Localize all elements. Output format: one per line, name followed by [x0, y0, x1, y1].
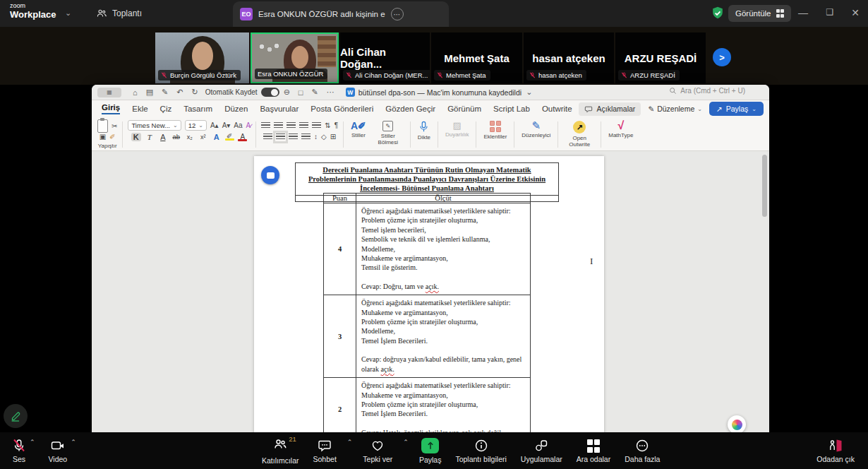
underline-button[interactable]: A: [158, 133, 168, 141]
open-outwrite-button[interactable]: ↗ Open Outwrite: [562, 119, 597, 150]
tab-posta[interactable]: Posta Gönderileri: [311, 105, 373, 113]
presenter-pill-icon[interactable]: ▦: [97, 88, 121, 97]
participant-tile-burcin[interactable]: Burçin Görgülü Öztürk: [155, 32, 249, 83]
video-options-chevron[interactable]: ⌃: [71, 439, 76, 446]
multilevel-list-icon[interactable]: [287, 122, 296, 129]
font-color-button[interactable]: A: [238, 133, 248, 141]
annotate-button[interactable]: [4, 404, 28, 428]
tab-shared-screen[interactable]: EO Esra ONKUN ÖZGÜR adlı kişinin e ⋯: [233, 1, 449, 27]
borders-icon[interactable]: ⊞: [330, 133, 336, 141]
grow-font-icon[interactable]: A▴: [210, 122, 219, 129]
mathtype-button[interactable]: √ MathType: [605, 119, 637, 150]
paste-icon[interactable]: [97, 119, 108, 133]
document-canvas[interactable]: Dereceli Puanlama Anahtarı Türünün Rutin…: [92, 151, 769, 432]
text-effects-button[interactable]: A: [212, 133, 222, 141]
tab-tasarim[interactable]: Tasarım: [183, 105, 212, 113]
tab-gorunum[interactable]: Görünüm: [447, 105, 481, 113]
audio-options-chevron[interactable]: ⌃: [30, 439, 35, 446]
breakout-rooms-button[interactable]: Ara odalar: [573, 432, 614, 469]
increase-indent-icon[interactable]: [312, 122, 321, 129]
format-painter-icon[interactable]: ✐: [109, 133, 115, 141]
record-icon[interactable]: ⊖: [284, 88, 290, 97]
superscript-button[interactable]: x²: [198, 133, 208, 141]
strikethrough-button[interactable]: ab: [171, 133, 181, 141]
chevron-down-icon[interactable]: ⌄: [526, 88, 532, 97]
view-button[interactable]: Görüntüle: [728, 5, 791, 22]
more-button[interactable]: Daha fazla: [621, 432, 663, 469]
shading-icon[interactable]: ◇: [321, 133, 327, 141]
apps-button[interactable]: Uygulamalar: [517, 432, 566, 469]
minimize-button[interactable]: —: [796, 7, 810, 18]
align-center-icon[interactable]: [276, 133, 285, 141]
meeting-info-button[interactable]: Toplantı bilgileri: [452, 432, 510, 469]
tab-giris[interactable]: Giriş: [102, 103, 120, 114]
scrollbar-thumb[interactable]: [762, 155, 767, 217]
save-icon[interactable]: ▤: [146, 88, 153, 97]
new-page-icon[interactable]: □: [299, 88, 303, 97]
change-case-icon[interactable]: Aa: [234, 122, 242, 129]
document-page[interactable]: Dereceli Puanlama Anahtarı Türünün Rutin…: [254, 156, 604, 432]
tab-gozden-gecir[interactable]: Gözden Geçir: [385, 105, 435, 113]
participant-tile-ali[interactable]: Ali Cihan Doğan... Ali Cihan Doğan (MER.…: [340, 32, 430, 83]
leave-room-button[interactable]: Odadan çık: [813, 432, 858, 469]
dictate-button[interactable]: Dikte: [414, 119, 434, 150]
shrink-font-icon[interactable]: A▾: [222, 122, 231, 129]
highlight-button[interactable]: ✐: [225, 133, 234, 141]
react-button[interactable]: Tepki ver: [359, 432, 396, 469]
close-button[interactable]: ✕: [848, 7, 862, 18]
react-options-chevron[interactable]: ⌃: [403, 439, 409, 446]
font-name-dropdown[interactable]: Times New...⌄: [128, 120, 181, 131]
chat-options-chevron[interactable]: ⌃: [347, 439, 353, 446]
decrease-indent-icon[interactable]: [299, 122, 308, 129]
justify-icon[interactable]: [301, 133, 311, 141]
participant-tile-arzu[interactable]: ARZU REŞADİ ARZU REŞADİ: [615, 32, 706, 83]
italic-button[interactable]: T: [145, 133, 155, 141]
align-left-icon[interactable]: [263, 133, 272, 141]
participants-button[interactable]: 21 Katılımcılar: [258, 432, 303, 469]
bold-button[interactable]: K: [131, 133, 141, 141]
search-bar[interactable]: Ara (Cmd + Ctrl + U): [669, 87, 745, 95]
tab-basvurular[interactable]: Başvurular: [260, 105, 299, 113]
tab-script-lab[interactable]: Script Lab: [493, 105, 530, 113]
tab-ciz[interactable]: Çiz: [160, 105, 172, 113]
chevron-down-icon[interactable]: ⌄: [65, 8, 71, 18]
tab-ekle[interactable]: Ekle: [132, 105, 147, 113]
addins-button[interactable]: Eklentiler: [480, 119, 510, 150]
editing-mode-dropdown[interactable]: ✎ Düzenleme ⌄: [648, 105, 702, 113]
editor-button[interactable]: ✎ Düzenleyici: [518, 119, 554, 150]
styles-button[interactable]: A✐ Stiller: [347, 119, 370, 150]
participant-tile-esra-active-speaker[interactable]: Esra ONKUN ÖZGÜR: [251, 32, 339, 83]
security-shield-icon[interactable]: [710, 6, 725, 21]
share-button[interactable]: ↗ Paylaş ⌄: [709, 102, 764, 116]
redo-icon[interactable]: ↻: [192, 88, 198, 97]
next-participants-button[interactable]: >: [713, 48, 731, 66]
styles-pane-button[interactable]: ✎ Stiller Bölmesi: [370, 119, 406, 150]
video-button[interactable]: Video: [45, 432, 71, 469]
share-screen-button[interactable]: Paylaş: [416, 432, 445, 469]
tab-duzen[interactable]: Düzen: [224, 105, 248, 113]
more-icon[interactable]: ⋯: [327, 88, 334, 97]
paragraph-marks-icon[interactable]: ¶: [334, 122, 338, 129]
sort-icon[interactable]: ⇅: [325, 122, 330, 129]
tab-outwrite[interactable]: Outwrite: [542, 105, 572, 113]
comment-badge-icon[interactable]: [261, 166, 279, 184]
chat-button[interactable]: Sohbet: [310, 432, 340, 469]
numbered-list-icon[interactable]: [274, 122, 283, 129]
home-icon[interactable]: ⌂: [133, 88, 138, 97]
bullet-list-icon[interactable]: [261, 122, 270, 129]
autosave-toggle[interactable]: [261, 88, 279, 97]
draw-icon[interactable]: ✎: [162, 88, 168, 97]
comments-button[interactable]: Açıklamalar: [579, 102, 641, 116]
line-spacing-icon[interactable]: ↕: [314, 133, 318, 141]
undo-icon[interactable]: ↶: [176, 88, 183, 97]
pen-icon[interactable]: ✎: [312, 88, 318, 97]
maximize-button[interactable]: ❑: [823, 7, 837, 17]
font-size-dropdown[interactable]: 12⌄: [185, 120, 207, 131]
copy-icon[interactable]: ▣: [100, 133, 106, 141]
participant-tile-mehmet[interactable]: Mehmet Şata Mehmet Şata: [431, 32, 522, 83]
tab-meeting[interactable]: Toplantı: [89, 0, 149, 27]
audio-button[interactable]: Ses: [8, 432, 30, 469]
tab-options-icon[interactable]: ⋯: [391, 8, 404, 20]
subscript-button[interactable]: x₂: [185, 133, 195, 141]
copilot-icon[interactable]: [728, 415, 746, 432]
